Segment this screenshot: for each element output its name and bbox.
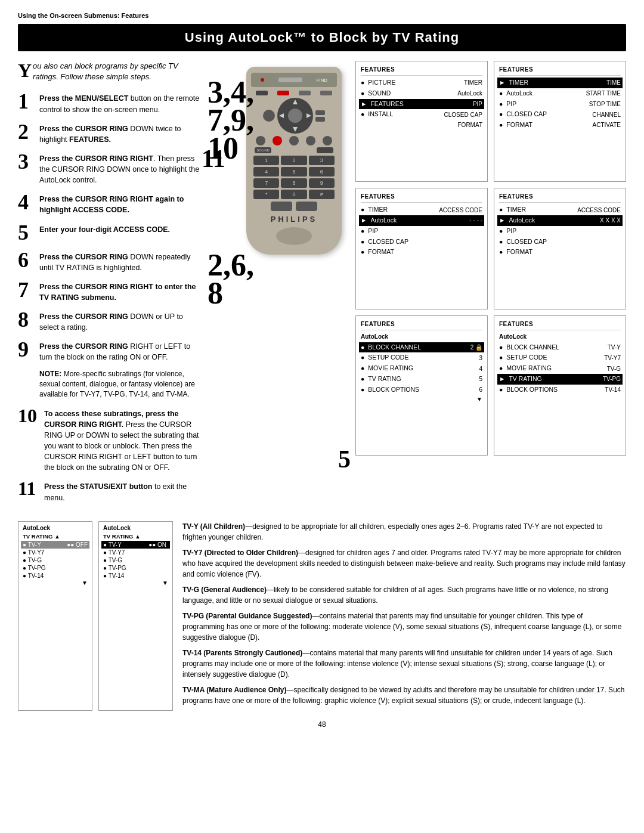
item-text: ● TV-Y [103,541,122,548]
remote-sm-1[interactable] [256,136,265,145]
remote-num-6[interactable]: 6 [309,167,335,176]
remote-btn-exit[interactable] [256,91,268,95]
item-text: FORMAT [506,120,532,130]
remote-btn-4[interactable] [320,91,332,95]
remote-sound-btn[interactable]: SOUND [255,147,271,153]
item-right: TIME [606,78,621,87]
bullet: ► [499,78,505,88]
remote-num-2[interactable]: 2 [281,156,306,165]
bullet: ● [499,120,503,130]
remote-num-5[interactable]: 5 [281,167,306,176]
remote-bot-2[interactable] [296,202,317,211]
desc-tv14-label: TV-14 (Parents Strongly Cautioned) [182,649,302,657]
remote-num-3[interactable]: 3 [309,156,335,165]
box-6-item-2: ● SETUP CODE TV-Y7 [499,352,621,363]
step-10-text: To access these subratings, press the CU… [44,406,203,473]
remote-dpad-center[interactable] [288,109,302,123]
remote-dpad-row [263,98,325,134]
box-5-title: FEATURES [361,320,482,330]
item-text: PIP [368,227,378,236]
remote-sm-5[interactable] [323,136,332,145]
step-6-text: Press the CURSOR RING DOWN repeatedly un… [39,249,203,273]
remote-btn-left[interactable] [263,110,275,122]
item-text: SOUND [368,89,391,98]
box-2-title: FEATURES [499,65,621,76]
step-9-num: 9 [18,339,35,360]
item-right: 2 🔒 [470,343,482,352]
remote-num-1[interactable]: 1 [253,156,279,165]
ab-item-tvy-on: ● TV-Y ●● ON [101,541,170,549]
bullet: ● [361,247,364,257]
page-header: Using the On-screen Submenus: Features [18,12,626,19]
remote-num-9[interactable]: 9 [309,178,335,188]
box-2-item-1: ► TIMER TIME [497,78,623,88]
box-1-item-4: ● INSTALL CLOSED CAP [361,109,482,120]
item-right: TV-PG [603,374,621,383]
bullet: ● [361,227,364,236]
remote-sm-3[interactable] [289,136,299,145]
item-text: MOVIE RATING [506,364,552,373]
remote-num-0[interactable]: 0 [281,190,306,199]
ab-item-tvy7-2: ● TV-Y7 [103,549,168,556]
step-3-num: 3 [18,151,35,172]
bullet: ● [499,227,503,236]
step-7-text: Press the CURSOR RING RIGHT to enter the… [39,279,203,303]
step-2-text: Press the CURSOR RING DOWN twice to high… [39,121,203,145]
box-4-item-2: ► AutoLock X X X X [497,215,623,226]
item-right: 3 [479,354,482,363]
box-5-item-2: ● SETUP CODE 3 [361,352,482,363]
box-1-item-2: ● SOUND AutoLock [361,88,482,99]
item-text: TV RATING [509,374,541,384]
box-5-subtitle: AutoLock [361,332,482,341]
remote-btn-vol[interactable] [315,110,325,115]
item-text: PIP [506,100,516,109]
step-8-num: 8 [18,309,35,330]
step-1-num: 1 [18,91,35,112]
box-3-title: FEATURES [361,192,482,203]
remote-sm-4[interactable] [306,136,315,145]
remote-bot-1[interactable] [271,202,292,211]
remote-btn-ch[interactable] [315,117,325,122]
remote-menu-btn[interactable] [317,147,333,153]
box-1-item-1: ● PICTURE TIMER [361,78,482,88]
remote-num-pound[interactable]: # [309,190,335,199]
remote-num-4[interactable]: 4 [253,167,279,176]
step-3-text: Press the CURSOR RING RIGHT. Then press … [39,151,203,185]
item-right: AutoLock [457,89,482,98]
overlay-11: 11 [202,144,225,173]
feature-box-6: FEATURES AutoLock ● BLOCK CHANNEL TV-Y ●… [494,315,626,456]
step-9: 9 Press the CURSOR RING RIGHT or LEFT to… [18,339,203,363]
step-6-num: 6 [18,249,35,271]
feature-box-1: FEATURES ● PICTURE TIMER ● SOUND AutoLoc… [355,61,488,182]
remote-dpad[interactable] [277,98,313,134]
step-8: 8 Press the CURSOR RING DOWN or UP to se… [18,309,203,333]
off-label: ●● OFF [67,541,88,548]
remote-sm-2[interactable] [273,136,282,145]
ab-item-tvy-off: ● TV-Y ●● OFF [21,541,89,549]
remote-btn-3[interactable] [299,91,311,95]
remote-label: FIND [316,78,327,83]
overlay-numbers-bottom: 2,6,8 [208,252,254,308]
intro-text: Y ou also can block programs by specific… [18,61,203,82]
remote-control: FIND [246,67,345,255]
box-2-item-2: ● AutoLock START TIME [499,88,621,99]
page-number: 48 [18,720,626,729]
remote-num-star[interactable]: * [253,190,279,199]
step-3: 3 Press the CURSOR RING RIGHT. Then pres… [18,151,203,185]
item-text: TV RATING [368,374,401,384]
ab-item-tvy7: ● TV-Y7 [23,549,88,556]
item-text: AutoLock [509,216,535,225]
intro-body: ou also can block programs by specific T… [33,61,178,81]
item-text: FORMAT [506,247,532,257]
right-column: FEATURES ● PICTURE TIMER ● SOUND AutoLoc… [355,61,626,509]
page: Using the On-screen Submenus: Features U… [0,0,644,741]
box-1-item-3: ► FEATURES PIP [359,99,484,110]
ab-item-tvpg: ● TV-PG [23,564,88,572]
remote-num-7[interactable]: 7 [253,178,279,188]
bullet: ● [361,385,364,395]
feature-box-4: FEATURES ● TIMER ACCESS CODE ► AutoLock … [494,188,626,309]
box-2-item-3: ● PIP STOP TIME [499,99,621,110]
remote-btn-red[interactable] [277,91,289,95]
step-1: 1 Press the MENU/SELECT button on the re… [18,91,203,114]
remote-num-8[interactable]: 8 [281,178,306,188]
